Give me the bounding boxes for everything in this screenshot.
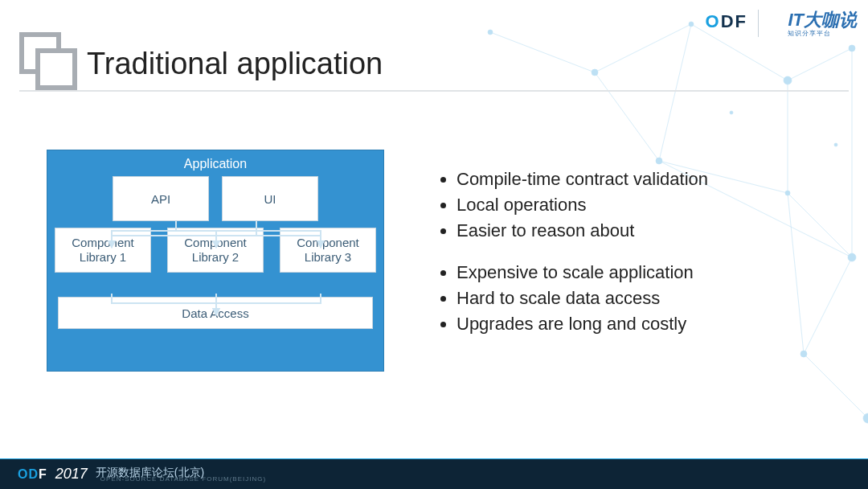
diagram-box-data: Data Access: [58, 297, 373, 329]
svg-point-17: [784, 76, 792, 84]
frame-icon: [19, 32, 76, 88]
svg-point-15: [592, 69, 598, 76]
svg-line-4: [595, 72, 659, 161]
architecture-diagram: Application API UI: [47, 150, 384, 372]
svg-line-0: [490, 32, 595, 72]
footer-odf-logo: ODF: [18, 467, 47, 482]
svg-line-2: [691, 24, 788, 80]
diagram-box-comp1: Component Library 1: [55, 228, 151, 273]
footer-title-wrap: 开源数据库论坛(北京) OPEN-SOURCE DATABASE FORUM(B…: [96, 466, 266, 483]
slide: ODF IT大咖说 知识分享平台 Traditional application…: [0, 0, 868, 489]
bullet-group-1: Compile-time contract validation Local o…: [434, 169, 836, 241]
svg-point-18: [849, 45, 855, 51]
footer-title-en: OPEN-SOURCE DATABASE FORUM(BEIJING): [100, 476, 266, 483]
svg-point-25: [730, 111, 733, 114]
svg-point-16: [689, 22, 694, 27]
bullet-item: Compile-time contract validation: [457, 169, 836, 190]
svg-point-14: [488, 30, 493, 35]
bullet-group-2: Expensive to scale application Hard to s…: [434, 262, 836, 335]
itdakashuo-text: IT大咖说: [788, 10, 857, 30]
diagram-box-api: API: [113, 176, 209, 221]
diagram-top-row: API UI: [52, 176, 379, 221]
logo-separator: [758, 10, 759, 37]
footer-bar: ODF 2017 开源数据库论坛(北京) OPEN-SOURCE DATABAS…: [0, 458, 868, 489]
bullet-list: Compile-time contract validation Local o…: [434, 169, 836, 355]
svg-point-21: [848, 253, 856, 261]
svg-line-10: [804, 354, 868, 418]
bullet-item: Easier to reason about: [457, 220, 836, 241]
diagram-box-comp2: Component Library 2: [167, 228, 264, 273]
diagram-container-label: Application: [52, 155, 379, 176]
itdakashuo-logo: IT大咖说 知识分享平台: [788, 8, 857, 38]
svg-point-23: [863, 413, 868, 423]
svg-point-19: [656, 158, 662, 164]
odf-logo-top: ODF: [706, 11, 747, 32]
svg-point-24: [834, 143, 837, 146]
slide-title: Traditional application: [87, 47, 383, 81]
bullet-item: Local operations: [457, 195, 836, 216]
bullet-item: Upgrades are long and costly: [457, 314, 836, 335]
title-area: Traditional application: [19, 32, 383, 88]
bullet-item: Hard to scale data access: [457, 288, 836, 309]
bullet-item: Expensive to scale application: [457, 262, 836, 283]
diagram-box-ui: UI: [222, 176, 318, 221]
footer-year: 2017: [55, 466, 88, 483]
diagram-box-comp3: Component Library 3: [280, 228, 376, 273]
diagram-mid-row: Component Library 1 Component Library 2 …: [52, 228, 379, 273]
itdakashuo-subtext: 知识分享平台: [788, 29, 857, 38]
svg-line-1: [595, 24, 691, 72]
title-underline: [19, 90, 849, 92]
svg-line-3: [788, 48, 852, 80]
svg-line-7: [659, 24, 691, 161]
